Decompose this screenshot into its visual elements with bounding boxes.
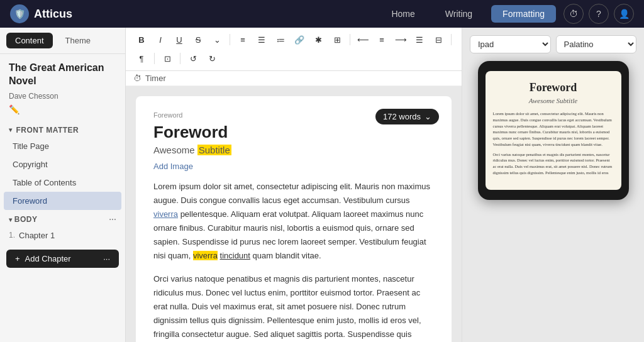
tablet-title: Foreword: [493, 81, 614, 94]
editor-content[interactable]: Foreword Foreword Awesome Subtitle Add I…: [126, 86, 462, 342]
document-card: Foreword Foreword Awesome Subtitle Add I…: [136, 96, 452, 342]
main-layout: Content Theme The Great American Novel D…: [0, 28, 644, 342]
viverra-link: viverra: [153, 209, 178, 219]
logo-area: 🛡️ Atticus: [10, 4, 72, 23]
add-chapter-button[interactable]: + Add Chapter ···: [6, 250, 119, 268]
body-paragraph-2: Orci varius natoque penatibus et magnis …: [153, 272, 434, 342]
asterisk-button[interactable]: ✱: [310, 31, 326, 48]
tincidunt-text: tincidunt: [220, 251, 250, 260]
sidebar-item-copyright[interactable]: Copyright: [4, 155, 121, 174]
tablet-paragraph-1: Lorem ipsum dolor sit amet, consectetur …: [493, 111, 614, 148]
chapter-label: Chapter 1: [19, 231, 55, 240]
home-nav-button[interactable]: Home: [380, 5, 426, 23]
tablet-subtitle: Awesome Subtitle: [493, 97, 614, 104]
preview-controls: Ipad Palatino: [470, 35, 636, 53]
writing-nav-button[interactable]: Writing: [434, 5, 484, 23]
toolbar-separator-1: [230, 34, 230, 45]
content-tab[interactable]: Content: [6, 33, 53, 48]
word-count-text: 172 words: [383, 112, 421, 121]
bold-button[interactable]: B: [133, 31, 150, 48]
history-icon-button[interactable]: ⏱: [564, 4, 584, 24]
sidebar-tabs: Content Theme: [0, 28, 125, 54]
toolbar-separator-3: [451, 34, 452, 45]
help-icon-button[interactable]: ?: [589, 4, 609, 24]
add-chapter-label: Add Chapter: [25, 254, 71, 263]
viverra-highlight: viverra: [193, 251, 218, 260]
chapter-number: 1.: [9, 231, 15, 240]
align-stretch-button[interactable]: ⊟: [430, 31, 447, 48]
theme-tab[interactable]: Theme: [57, 33, 99, 48]
chevron-down-format-icon[interactable]: ⌄: [209, 31, 225, 48]
preview-panel: Ipad Palatino Foreword Awesome Subtitle …: [462, 28, 644, 342]
tablet-paragraph-2: Orci varius natoque penatibus et magnis …: [493, 152, 614, 176]
user-icon-button[interactable]: 👤: [614, 4, 634, 24]
toolbar-separator-4: [154, 53, 155, 64]
document-body[interactable]: Lorem ipsum dolor sit amet, consectetur …: [153, 180, 434, 342]
subtitle-highlight: Subtitle: [197, 145, 231, 155]
sidebar: Content Theme The Great American Novel D…: [0, 28, 126, 342]
edit-icon-row: ✏️: [0, 103, 125, 121]
tablet-screen: Foreword Awesome Subtitle Lorem ipsum do…: [486, 71, 621, 190]
add-image-link[interactable]: Add Image: [153, 162, 434, 171]
formatting-toolbar: B I U S ⌄ ≡ ☰ ≔ 🔗 ✱ ⊞ ⟵ ≡ ⟶ ☰ ⊟ ¶ ⊡ ↺ ↻: [126, 28, 462, 71]
device-select[interactable]: Ipad: [470, 35, 551, 53]
pilcrow-button[interactable]: ¶: [133, 50, 150, 67]
align-left-button-2[interactable]: ⟵: [355, 31, 371, 48]
strikethrough-button[interactable]: S: [190, 31, 206, 48]
tablet-body: Lorem ipsum dolor sit amet, consectetur …: [493, 111, 614, 176]
toolbar-separator-2: [350, 34, 350, 45]
word-count-badge[interactable]: 172 words ⌄: [375, 109, 439, 124]
book-title: The Great American Novel: [0, 54, 125, 91]
subtitle-plain: Awesome: [153, 145, 197, 155]
sidebar-item-foreword[interactable]: Foreword: [4, 192, 121, 210]
document-subtitle: Awesome Subtitle: [153, 145, 434, 155]
underline-button[interactable]: U: [171, 31, 187, 48]
redo-button[interactable]: ↻: [204, 50, 220, 67]
code-block-button[interactable]: ⊞: [329, 31, 345, 48]
body-paragraph-1: Lorem ipsum dolor sit amet, consectetur …: [153, 180, 434, 263]
document-title[interactable]: Foreword: [153, 123, 434, 142]
plus-icon: +: [15, 254, 20, 263]
frame-button[interactable]: ⊡: [159, 50, 175, 67]
sidebar-item-table-of-contents[interactable]: Table of Contents: [4, 174, 121, 192]
list-ordered-button[interactable]: ≔: [272, 31, 289, 48]
italic-button[interactable]: I: [152, 31, 169, 48]
front-matter-header: ▾ Front Matter: [0, 121, 125, 137]
timer-clock-icon: ⏱: [133, 74, 142, 83]
body-more-options-icon[interactable]: ···: [109, 215, 116, 224]
justify-button[interactable]: ☰: [411, 31, 428, 48]
sidebar-item-chapter-1[interactable]: 1. Chapter 1: [0, 226, 125, 245]
toolbar-separator-5: [180, 53, 180, 64]
chevron-down-icon: ▾: [9, 126, 13, 133]
align-center-button[interactable]: ≡: [374, 31, 390, 48]
add-chapter-more-icon[interactable]: ···: [103, 254, 110, 263]
timer-label[interactable]: Timer: [145, 74, 166, 83]
editor-area: B I U S ⌄ ≡ ☰ ≔ 🔗 ✱ ⊞ ⟵ ≡ ⟶ ☰ ⊟ ¶ ⊡ ↺ ↻: [126, 28, 462, 342]
book-author: Dave Chesson: [0, 91, 125, 103]
edit-pencil-icon[interactable]: ✏️: [9, 104, 19, 114]
top-navigation: 🛡️ Atticus Home Writing Formatting ⏱ ? 👤: [0, 0, 644, 28]
tablet-frame: Foreword Awesome Subtitle Lorem ipsum do…: [478, 61, 629, 200]
chevron-down-body-icon: ▾ Body: [9, 215, 37, 224]
sidebar-item-title-page[interactable]: Title Page: [4, 137, 121, 155]
align-right-button[interactable]: ⟶: [392, 31, 409, 48]
body-section-header: ▾ Body ···: [0, 210, 125, 226]
align-left-button[interactable]: ≡: [235, 31, 251, 48]
link-button[interactable]: 🔗: [291, 31, 308, 48]
word-count-chevron-icon: ⌄: [425, 112, 431, 121]
list-unordered-button[interactable]: ☰: [253, 31, 270, 48]
app-logo-icon: 🛡️: [10, 4, 29, 23]
undo-button[interactable]: ↺: [185, 50, 201, 67]
formatting-nav-button[interactable]: Formatting: [491, 5, 556, 23]
font-select[interactable]: Palatino: [556, 35, 637, 53]
app-name: Atticus: [34, 8, 72, 21]
timer-row: ⏱ Timer: [126, 71, 462, 86]
nav-icons-group: ⏱ ? 👤: [564, 4, 634, 24]
